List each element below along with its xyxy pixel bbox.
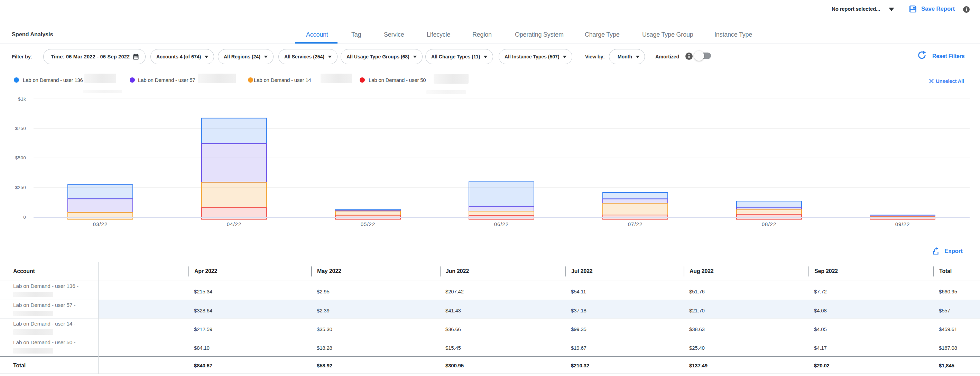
- svg-text:09/22: 09/22: [895, 221, 910, 227]
- svg-text:$500: $500: [15, 155, 26, 160]
- svg-text:08/22: 08/22: [762, 221, 777, 227]
- svg-text:$750: $750: [15, 126, 26, 131]
- svg-text:0: 0: [23, 214, 26, 220]
- svg-text:03/22: 03/22: [93, 221, 108, 227]
- svg-text:07/22: 07/22: [628, 221, 643, 227]
- svg-text:$1k: $1k: [18, 97, 26, 102]
- svg-text:$250: $250: [15, 185, 26, 190]
- svg-text:05/22: 05/22: [361, 221, 375, 227]
- svg-text:04/22: 04/22: [227, 221, 242, 227]
- svg-text:06/22: 06/22: [494, 221, 509, 227]
